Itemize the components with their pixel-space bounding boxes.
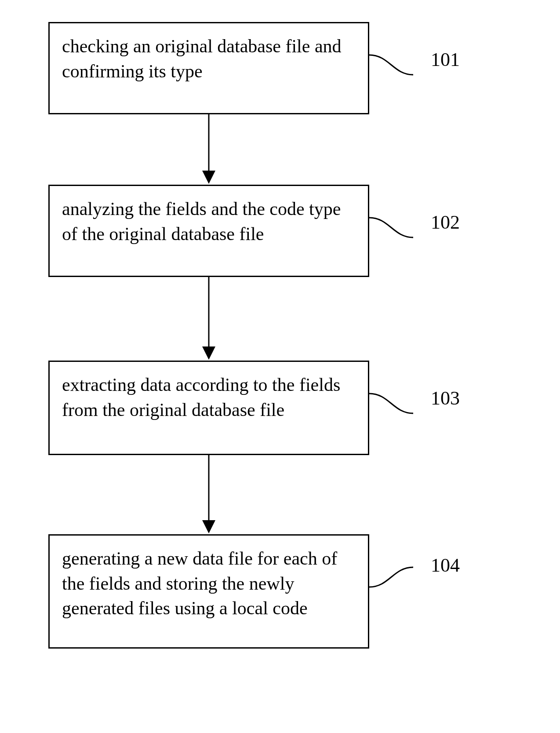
step-text: generating a new data file for each of t…	[62, 548, 337, 618]
arrow-container	[48, 455, 369, 534]
step-label-101: 101	[431, 48, 460, 71]
arrow-down-icon	[196, 114, 222, 185]
svg-marker-1	[202, 171, 215, 184]
step-label-103: 103	[431, 387, 460, 409]
step-text: extracting data according to the fields …	[62, 375, 340, 420]
step-label-104: 104	[431, 554, 460, 576]
arrow-down-icon	[196, 455, 222, 534]
flowchart-step-102: analyzing the fields and the code type o…	[48, 185, 369, 277]
arrow-container	[48, 277, 369, 361]
arrow-container	[48, 114, 369, 185]
step-text: analyzing the fields and the code type o…	[62, 199, 341, 244]
flowchart-step-101: checking an original database file and c…	[48, 22, 369, 114]
flowchart-step-104: generating a new data file for each of t…	[48, 534, 369, 649]
arrow-down-icon	[196, 277, 222, 361]
step-text: checking an original database file and c…	[62, 36, 342, 81]
flowchart-step-103: extracting data according to the fields …	[48, 361, 369, 455]
svg-marker-5	[202, 520, 215, 533]
svg-marker-3	[202, 346, 215, 360]
step-label-102: 102	[431, 211, 460, 233]
flowchart-container: checking an original database file and c…	[48, 22, 510, 649]
